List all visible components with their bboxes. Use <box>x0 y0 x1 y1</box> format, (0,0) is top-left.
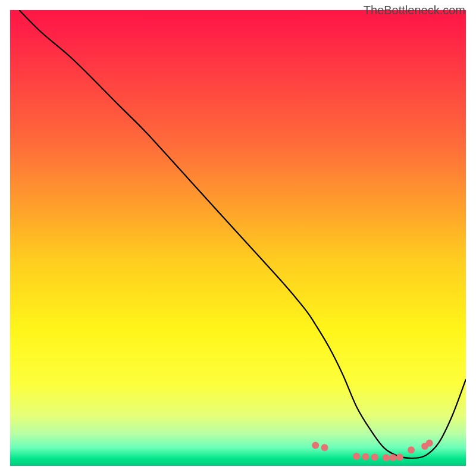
marker-point <box>321 444 328 451</box>
chart-container: TheBottleneck.com <box>0 0 476 476</box>
plot-area <box>10 10 466 466</box>
marker-point <box>371 453 378 461</box>
marker-point <box>389 454 396 461</box>
watermark-label: TheBottleneck.com <box>364 4 465 17</box>
marker-point <box>383 454 390 461</box>
marker-point <box>396 453 403 461</box>
marker-point <box>426 440 433 447</box>
curve-layer <box>10 10 466 466</box>
marker-point <box>408 446 415 453</box>
bottleneck-curve <box>19 10 466 458</box>
marker-point <box>353 453 360 460</box>
marker-point <box>362 453 369 461</box>
marker-point <box>312 442 319 449</box>
